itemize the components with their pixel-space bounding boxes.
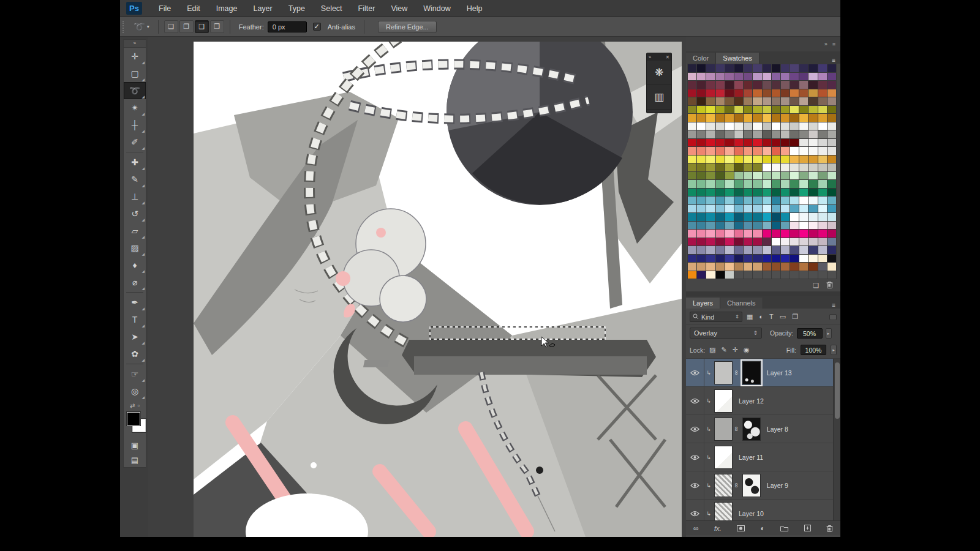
swatch[interactable] [790, 197, 799, 204]
swatch[interactable] [697, 238, 706, 246]
swatch[interactable] [706, 163, 715, 171]
dodge-tool[interactable]: ⌀◢ [124, 274, 146, 291]
swatch[interactable] [827, 114, 836, 122]
swatch[interactable] [827, 255, 836, 263]
swatch[interactable] [697, 163, 706, 171]
swatch[interactable] [744, 81, 752, 89]
swatch[interactable] [781, 213, 790, 221]
swatch[interactable] [706, 147, 715, 155]
swatch[interactable] [753, 205, 761, 213]
swatch[interactable] [744, 156, 752, 163]
swatch[interactable] [706, 222, 715, 230]
swatch[interactable] [716, 97, 725, 105]
canvas-document[interactable] [194, 42, 682, 537]
swatch[interactable] [697, 230, 706, 238]
swatch[interactable] [725, 189, 734, 197]
swatch[interactable] [772, 246, 780, 254]
swatch[interactable] [753, 147, 761, 155]
swatch[interactable] [772, 180, 780, 188]
swatch[interactable] [716, 64, 725, 72]
swatch[interactable] [763, 73, 771, 81]
swatch[interactable] [688, 172, 696, 180]
swatch[interactable] [716, 81, 725, 89]
swatch[interactable] [763, 263, 771, 271]
swatch[interactable] [734, 139, 743, 147]
swatch[interactable] [688, 230, 696, 238]
swatch[interactable] [734, 213, 743, 221]
swatch[interactable] [827, 156, 836, 163]
swatch[interactable] [827, 263, 836, 271]
swatch[interactable] [744, 97, 752, 105]
swatch[interactable] [716, 238, 725, 246]
histogram-panel-icon[interactable]: ▥ [647, 85, 671, 110]
swatch[interactable] [716, 263, 725, 271]
swatch[interactable] [799, 114, 808, 122]
swatch[interactable] [818, 246, 827, 254]
swatch[interactable] [725, 156, 734, 163]
swatch[interactable] [809, 139, 817, 147]
menu-item-filter[interactable]: Filter [350, 0, 383, 17]
swatch[interactable] [734, 97, 743, 105]
swatch[interactable] [725, 180, 734, 188]
swatch[interactable] [688, 81, 696, 89]
swatch[interactable] [799, 130, 808, 138]
swatch[interactable] [725, 205, 734, 213]
add-to-selection-button[interactable]: ❐ [179, 20, 194, 33]
layer-row[interactable]: ↳Layer 10 [686, 500, 833, 520]
healing-brush-tool[interactable]: ✚◢ [124, 154, 146, 171]
swatch[interactable] [706, 205, 715, 213]
swatch[interactable] [697, 147, 706, 155]
swatch[interactable] [763, 205, 771, 213]
swatch[interactable] [781, 172, 790, 180]
swatch[interactable] [772, 230, 780, 238]
swatch[interactable] [763, 238, 771, 246]
swatch[interactable] [734, 114, 743, 122]
swatch[interactable] [725, 130, 734, 138]
layer-mask-thumbnail[interactable] [742, 361, 761, 384]
swatch[interactable] [763, 114, 771, 122]
swatch[interactable] [753, 172, 761, 180]
swatch[interactable] [772, 64, 780, 72]
swatch[interactable] [827, 197, 836, 204]
swatch[interactable] [734, 147, 743, 155]
swatch[interactable] [772, 114, 780, 122]
swatch[interactable] [818, 89, 827, 97]
swatch[interactable] [818, 205, 827, 213]
swatch[interactable] [799, 97, 808, 105]
swatch[interactable] [697, 81, 706, 89]
swatch[interactable] [790, 189, 799, 197]
swatch[interactable] [799, 230, 808, 238]
swatch[interactable] [790, 147, 799, 155]
swatch[interactable] [772, 81, 780, 89]
swatch[interactable] [753, 114, 761, 122]
swatch[interactable] [763, 197, 771, 204]
swatch[interactable] [763, 189, 771, 197]
menu-item-type[interactable]: Type [281, 0, 313, 17]
swatch[interactable] [753, 213, 761, 221]
layer-thumbnail[interactable] [714, 418, 733, 441]
swatch[interactable] [818, 163, 827, 171]
swatch[interactable] [716, 73, 725, 81]
menu-item-select[interactable]: Select [313, 0, 350, 17]
swatch[interactable] [725, 73, 734, 81]
swatch[interactable] [827, 81, 836, 89]
swatch[interactable] [697, 263, 706, 271]
swatch[interactable] [772, 156, 780, 163]
swatch[interactable] [688, 189, 696, 197]
layer-thumbnail[interactable] [714, 502, 733, 521]
swatch[interactable] [716, 89, 725, 97]
layer-thumbnail[interactable] [714, 389, 733, 413]
swatch[interactable] [734, 64, 743, 72]
swatch[interactable] [725, 106, 734, 114]
swatch[interactable] [706, 263, 715, 271]
opacity-input[interactable]: 50% [797, 328, 823, 339]
swatch[interactable] [790, 230, 799, 238]
swatch[interactable] [706, 238, 715, 246]
swatch[interactable] [697, 271, 706, 279]
swatch[interactable] [688, 122, 696, 130]
swatch[interactable] [706, 189, 715, 197]
swatch[interactable] [818, 130, 827, 138]
swatch[interactable] [763, 106, 771, 114]
swatch[interactable] [688, 238, 696, 246]
swatch[interactable] [697, 114, 706, 122]
